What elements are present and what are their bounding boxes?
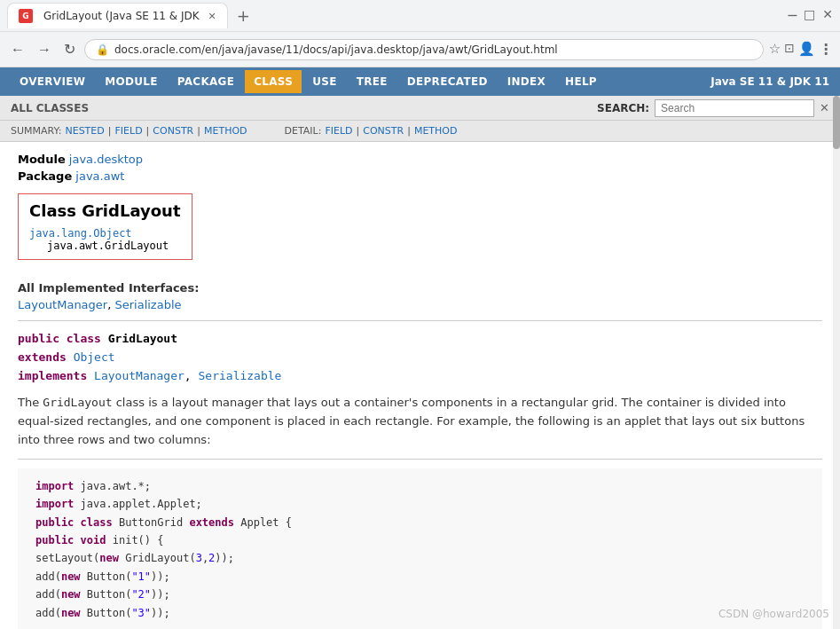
class-title: Class GridLayout [29,201,181,220]
menu-icon[interactable]: ⋮ [819,41,833,58]
package-label: Package [18,169,72,183]
restore-button[interactable]: □ [804,7,815,24]
search-input[interactable] [655,99,814,117]
search-label: SEARCH: [597,102,649,114]
summary-method[interactable]: METHOD [204,125,247,137]
impl-interfaces-label: All Implemented Interfaces: [18,281,822,295]
code-line-6: add(new Button("1")); [35,568,805,586]
serializable-link[interactable]: Serializable [114,298,181,311]
code-line-4: public void init() { [35,531,805,549]
summary-constr[interactable]: CONSTR [153,125,193,137]
address-bar: ← → ↻ 🔒 docs.oracle.com/en/java/javase/1… [0,32,840,67]
tab-search-icon[interactable]: ⊡ [784,41,795,58]
bookmark-star-icon[interactable]: ☆ [769,41,781,58]
doc-content: Module java.desktop Package java.awt Cla… [0,142,840,629]
nav-class[interactable]: CLASS [245,70,302,93]
section-divider [18,320,822,321]
browser-titlebar: G GridLayout (Java SE 11 & JDK ✕ + ─ □ ✕ [0,0,840,32]
class-header-box: Class GridLayout java.lang.Object java.a… [18,193,192,260]
nav-use[interactable]: USE [303,70,345,93]
nav-index[interactable]: INDEX [499,70,554,93]
code-line-1: import java.awt.*; [35,477,805,495]
classname-bold: GridLayout [108,332,177,345]
lock-icon: 🔒 [96,43,109,56]
layoutmanager-link[interactable]: LayoutManager [18,298,107,311]
inheritance-tree: java.lang.Object java.awt.GridLayout [29,227,181,252]
favicon-icon: G [19,9,33,23]
search-area: SEARCH: ✕ [597,99,829,117]
code-line-2: import java.applet.Applet; [35,495,805,513]
module-link[interactable]: java.desktop [69,153,143,166]
minimize-button[interactable]: ─ [788,7,797,24]
public-keyword: public class [18,332,108,345]
reload-button[interactable]: ↻ [60,37,79,61]
nav-module[interactable]: MODULE [96,70,167,93]
inheritance-child[interactable]: java.awt.GridLayout [29,240,181,252]
browser-action-icons: ☆ ⊡ 👤 ⋮ [769,41,833,58]
detail-method[interactable]: METHOD [414,125,458,137]
layoutmanager-impl-link[interactable]: LayoutManager [94,369,184,382]
package-link[interactable]: java.awt [75,169,124,183]
watermark: CSDN @howard2005 [718,608,829,620]
tab-title: GridLayout (Java SE 11 & JDK [43,10,200,22]
scrollbar-thumb[interactable] [833,96,840,149]
nav-overview[interactable]: OVERVIEW [11,70,94,93]
active-tab[interactable]: G GridLayout (Java SE 11 & JDK ✕ [7,3,228,28]
scrollbar-track [833,96,840,629]
profile-icon[interactable]: 👤 [798,41,815,58]
impl-interfaces-list: LayoutManager, Serializable [18,298,822,311]
detail-field[interactable]: FIELD [325,125,352,137]
code-sample-divider [18,459,822,460]
summary-label: SUMMARY: [11,125,61,137]
url-bar[interactable]: 🔒 docs.oracle.com/en/java/javase/11/docs… [84,39,764,60]
all-classes-link[interactable]: ALL CLASSES [11,102,89,114]
inheritance-root[interactable]: java.lang.Object [29,227,132,240]
class-description: The GridLayout class is a layout manager… [18,394,822,449]
url-text: docs.oracle.com/en/java/javase/11/docs/a… [114,43,752,56]
nav-package[interactable]: PACKAGE [169,70,244,93]
tab-bar: G GridLayout (Java SE 11 & JDK ✕ + [7,3,781,28]
summary-nested[interactable]: NESTED [65,125,104,137]
doc-toolbar: ALL CLASSES SEARCH: ✕ [0,96,840,121]
implements-keyword: implements [18,369,94,382]
code-line-3: public class ButtonGrid extends Applet { [35,514,805,531]
package-line: Package java.awt [18,169,822,183]
nav-tree[interactable]: TREE [348,70,396,93]
summary-bar: SUMMARY: NESTED | FIELD | CONSTR | METHO… [0,121,840,142]
module-label: Module [18,153,66,166]
forward-button[interactable]: → [34,38,55,61]
tab-close-button[interactable]: ✕ [208,11,216,22]
search-clear-button[interactable]: ✕ [820,101,829,114]
object-link[interactable]: Object [74,350,115,364]
code-line-8: add(new Button("3")); [35,604,805,622]
summary-field[interactable]: FIELD [114,125,142,137]
detail-constr[interactable]: CONSTR [363,125,404,137]
java-version-title: Java SE 11 & JDK 11 [710,75,829,88]
java-docs-navbar: OVERVIEW MODULE PACKAGE CLASS USE TREE D… [0,67,840,96]
code-sample-block: import java.awt.*; import java.applet.Ap… [18,468,822,629]
serializable-impl-link[interactable]: Serializable [199,369,282,382]
back-button[interactable]: ← [7,38,28,61]
new-tab-button[interactable]: + [232,4,255,27]
module-line: Module java.desktop [18,153,822,166]
code-line-7: add(new Button("2")); [35,586,805,603]
close-button[interactable]: ✕ [822,7,833,24]
code-line-5: setLayout(new GridLayout(3,2)); [35,549,805,567]
detail-label: DETAIL: [285,125,322,137]
nav-deprecated[interactable]: DEPRECATED [398,70,497,93]
class-declaration: public class GridLayout extends Object i… [18,330,822,385]
nav-help[interactable]: HELP [556,70,606,93]
extends-keyword: extends [18,350,74,364]
